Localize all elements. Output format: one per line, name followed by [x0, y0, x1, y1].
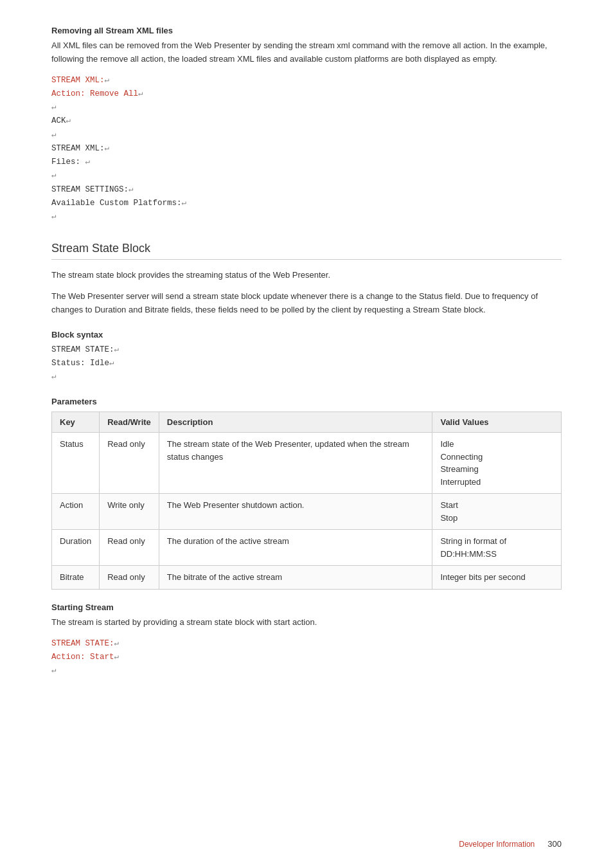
ss-code-2: Action: Start	[51, 653, 114, 662]
col-description: Description	[159, 412, 432, 433]
bs-code-3: ↵	[51, 372, 57, 381]
stream-state-section: Stream State Block The stream state bloc…	[51, 242, 562, 678]
cell-description: The bitrate of the active stream	[159, 566, 432, 590]
table-header-row: Key Read/Write Description Valid Values	[52, 412, 562, 433]
bs-code-2: Status: Idle	[51, 359, 109, 368]
cell-rw: Read only	[100, 566, 159, 590]
bs-code-1: STREAM STATE:	[51, 345, 114, 354]
stream-state-intro1: The stream state block provides the stre…	[51, 269, 562, 282]
cell-rw: Read only	[100, 530, 159, 566]
col-valid-values: Valid Values	[432, 412, 562, 433]
code-line-7: Files:	[51, 158, 85, 167]
cell-valid-values: Integer bits per second	[432, 566, 562, 590]
stream-state-title: Stream State Block	[51, 242, 562, 260]
removing-heading: Removing all Stream XML files	[51, 26, 562, 35]
removing-body: All XML files can be removed from the We…	[51, 39, 562, 66]
cell-key: Status	[52, 433, 100, 494]
table-row: DurationRead onlyThe duration of the act…	[52, 530, 562, 566]
code-line-6: STREAM XML:	[51, 144, 105, 153]
cell-description: The duration of the active stream	[159, 530, 432, 566]
block-syntax-heading: Block syntax	[51, 330, 562, 339]
code-line-10: Available Custom Platforms:	[51, 199, 182, 208]
block-syntax-code: STREAM STATE:↵ Status: Idle↵ ↵	[51, 343, 562, 384]
removing-code-block: STREAM XML:↵ Action: Remove All↵ ↵ ACK↵ …	[51, 74, 562, 224]
cell-valid-values: IdleConnectingStreamingInterrupted	[432, 433, 562, 494]
parameters-heading: Parameters	[51, 397, 562, 406]
ss-code-1: STREAM STATE:	[51, 639, 114, 648]
footer-link[interactable]: Developer Information	[459, 840, 535, 849]
cell-key: Duration	[52, 530, 100, 566]
cell-description: The Web Presenter shutdown action.	[159, 494, 432, 530]
code-line-1: STREAM XML:	[51, 76, 105, 85]
cell-rw: Read only	[100, 433, 159, 494]
table-row: BitrateRead onlyThe bitrate of the activ…	[52, 566, 562, 590]
parameters-table: Key Read/Write Description Valid Values …	[51, 411, 562, 590]
code-line-11: ↵	[51, 212, 57, 221]
ss-code-3: ↵	[51, 666, 57, 675]
col-rw: Read/Write	[100, 412, 159, 433]
removing-section: Removing all Stream XML files All XML fi…	[51, 26, 562, 224]
table-row: StatusRead onlyThe stream state of the W…	[52, 433, 562, 494]
cell-valid-values: String in format of DD:HH:MM:SS	[432, 530, 562, 566]
starting-stream-body: The stream is started by providing a str…	[51, 616, 562, 629]
cell-key: Bitrate	[52, 566, 100, 590]
cell-key: Action	[52, 494, 100, 530]
code-line-4: ACK	[51, 116, 66, 125]
table-row: ActionWrite onlyThe Web Presenter shutdo…	[52, 494, 562, 530]
page-number: 300	[547, 839, 562, 849]
col-key: Key	[52, 412, 100, 433]
starting-stream-code: STREAM STATE:↵ Action: Start↵ ↵	[51, 637, 562, 678]
page-footer: Developer Information 300	[459, 839, 562, 849]
code-line-8: ↵	[51, 171, 57, 180]
code-line-5: ↵	[51, 131, 57, 140]
cell-rw: Write only	[100, 494, 159, 530]
code-line-3: ↵	[51, 103, 57, 112]
code-line-2: Action: Remove All	[51, 89, 138, 98]
cell-description: The stream state of the Web Presenter, u…	[159, 433, 432, 494]
starting-stream-heading: Starting Stream	[51, 602, 562, 612]
cell-valid-values: StartStop	[432, 494, 562, 530]
code-line-9: STREAM SETTINGS:	[51, 185, 129, 194]
stream-state-intro2: The Web Presenter server will send a str…	[51, 290, 562, 317]
